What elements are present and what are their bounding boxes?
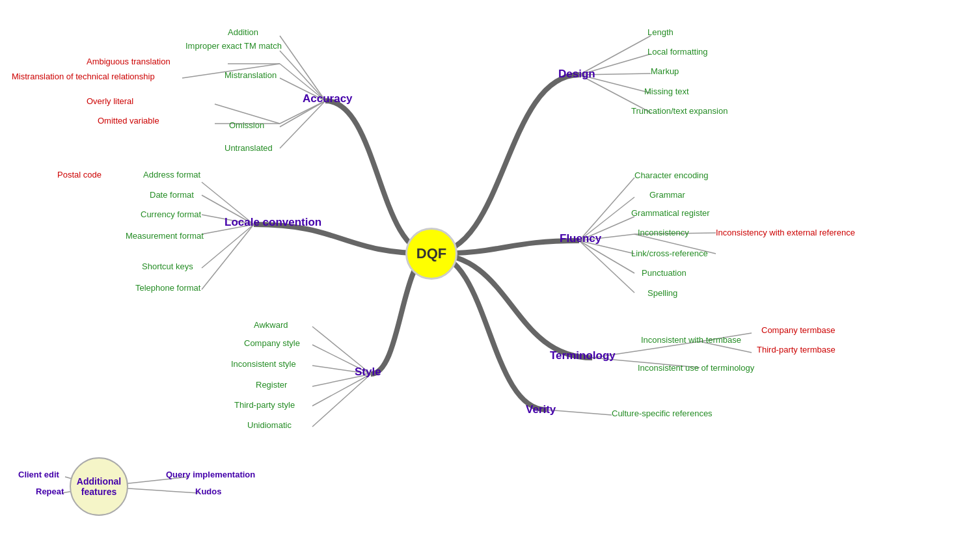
- leaf-awkward: Awkward: [254, 320, 288, 330]
- leaf-char-encoding: Character encoding: [634, 170, 708, 180]
- leaf-client-edit: Client edit: [18, 470, 59, 479]
- svg-line-21: [312, 374, 371, 406]
- svg-line-16: [202, 224, 254, 289]
- leaf-query-implementation: Query implementation: [166, 470, 255, 479]
- leaf-address-format: Address format: [143, 170, 200, 180]
- svg-line-4: [280, 101, 325, 148]
- svg-line-34: [579, 241, 634, 293]
- svg-line-33: [579, 241, 634, 273]
- leaf-register: Register: [256, 380, 287, 390]
- branch-verity: Verity: [526, 403, 556, 416]
- svg-line-22: [312, 374, 371, 427]
- leaf-date-format: Date format: [150, 190, 194, 200]
- leaf-company-style: Company style: [244, 338, 300, 348]
- branch-style: Style: [355, 366, 381, 379]
- leaf-third-party-style: Third-party style: [234, 400, 295, 410]
- leaf-repeat: Repeat: [36, 487, 64, 496]
- leaf-missing-text: Missing text: [644, 87, 689, 96]
- leaf-inconsistent-terminology: Inconsistent use of terminology: [638, 363, 754, 373]
- svg-line-0: [280, 36, 325, 101]
- leaf-measurement: Measurement format: [126, 231, 204, 241]
- leaf-spelling: Spelling: [647, 288, 677, 298]
- leaf-ambiguous: Ambiguous translation: [87, 57, 170, 66]
- leaf-grammatical-register: Grammatical register: [631, 208, 710, 218]
- leaf-unidiomatic: Unidiomatic: [247, 420, 292, 430]
- additional-label: Additionalfeatures: [77, 476, 121, 497]
- leaf-addition: Addition: [228, 27, 258, 37]
- leaf-company-termbase: Company termbase: [761, 325, 835, 335]
- additional-features-node: Additionalfeatures: [70, 457, 128, 516]
- leaf-kudos: Kudos: [195, 487, 221, 496]
- leaf-untranslated: Untranslated: [225, 143, 273, 153]
- leaf-local-formatting: Local formatting: [647, 47, 708, 57]
- leaf-punctuation: Punctuation: [642, 268, 687, 278]
- branch-fluency: Fluency: [560, 232, 601, 245]
- leaf-culture-specific: Culture-specific references: [612, 408, 713, 418]
- leaf-grammar: Grammar: [649, 190, 685, 200]
- leaf-inconsistency: Inconsistency: [638, 228, 689, 237]
- leaf-link-cross-ref: Link/cross-reference: [631, 248, 708, 258]
- leaf-inconsistent-termbase: Inconsistent with termbase: [641, 335, 741, 345]
- svg-line-41: [547, 410, 612, 415]
- leaf-telephone: Telephone format: [135, 283, 200, 293]
- leaf-mistranslation: Mistranslation: [225, 70, 277, 80]
- leaf-third-party-termbase: Third-party termbase: [757, 345, 836, 355]
- branch-design: Design: [558, 68, 595, 81]
- leaf-inconsistent-style: Inconsistent style: [231, 359, 296, 369]
- center-node: DQF: [405, 228, 457, 280]
- leaf-omission: Omission: [229, 120, 264, 130]
- leaf-postal-code: Postal code: [57, 170, 102, 180]
- leaf-shortcut-keys: Shortcut keys: [142, 261, 193, 271]
- leaf-markup: Markup: [651, 66, 679, 76]
- branch-locale: Locale convention: [225, 216, 321, 229]
- svg-line-15: [202, 224, 254, 268]
- leaf-currency-format: Currency format: [141, 209, 201, 219]
- svg-line-28: [579, 178, 634, 241]
- leaf-overly-literal: Overly literal: [87, 96, 133, 106]
- leaf-mistranslation-tech: Mistranslation of technical relationship: [12, 72, 155, 81]
- leaf-length: Length: [647, 27, 674, 37]
- leaf-truncation: Truncation/text expansion: [631, 106, 728, 116]
- branch-accuracy: Accuracy: [303, 92, 353, 105]
- leaf-improper-tm: Improper exact TM match: [185, 41, 282, 51]
- leaf-inconsistency-external: Inconsistency with external reference: [716, 228, 855, 237]
- leaf-omitted-var: Omitted variable: [98, 116, 159, 126]
- center-label: DQF: [416, 245, 446, 262]
- branch-terminology: Terminology: [550, 349, 616, 362]
